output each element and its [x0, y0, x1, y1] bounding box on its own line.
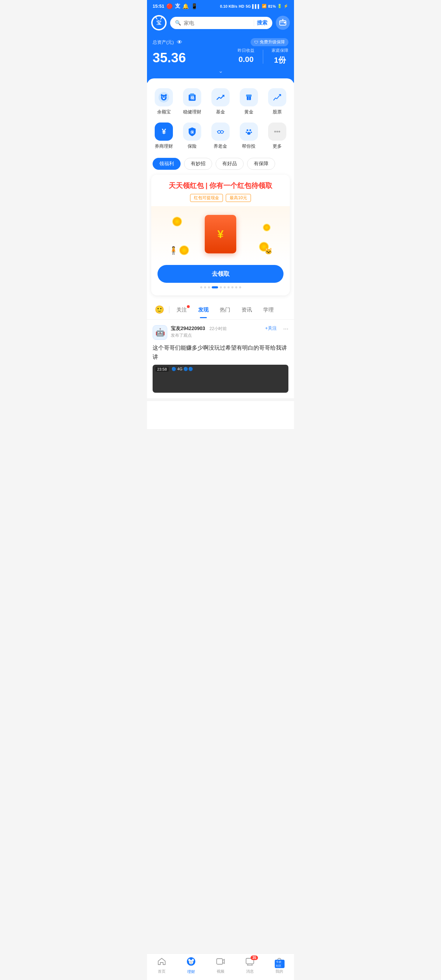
search-bar[interactable]: 🔍 搜索 — [170, 17, 272, 29]
status-hd-icon: HD — [239, 4, 244, 8]
status-icon-app: 📱 — [191, 3, 198, 10]
dot-10 — [239, 286, 241, 288]
promo-title-text: 天天领红包 | — [169, 181, 210, 189]
status-icon-alipay2: 支 — [175, 3, 180, 10]
coin4 — [263, 224, 271, 231]
status-network-speed: 0.10 KB/s — [220, 4, 237, 8]
stock-icon — [268, 88, 286, 107]
svg-point-12 — [162, 97, 164, 98]
shield-icon: 🛡 — [254, 40, 258, 45]
yuebao-icon — [155, 88, 173, 107]
assets-main-value: 35.36 — [153, 51, 186, 65]
status-wifi-icon: 📶 — [262, 4, 267, 8]
post-action: 发布了观点 — [171, 332, 261, 339]
post-image-preview: 23:58 🔵 4G 🔵🔵 — [153, 365, 288, 393]
status-charge-icon: ⚡ — [283, 4, 288, 8]
coin1 — [172, 216, 182, 226]
post-top-row: 宝友294220903 22小时前 — [171, 325, 261, 332]
feed-smiley-icon[interactable]: 🙂 — [151, 300, 168, 319]
figure-left: 🧍 — [169, 246, 178, 255]
figure-right: 🐱 — [264, 247, 272, 255]
feed-tab-follow[interactable]: 关注 — [171, 302, 193, 318]
insurance-label: 保险 — [188, 143, 197, 149]
feed-tab-discover[interactable]: 发现 — [193, 302, 214, 318]
wallet-icon[interactable]: ¥ — [276, 16, 290, 30]
app-logo[interactable]: 宝 — [151, 15, 167, 30]
feed-tab-learn[interactable]: 学理 — [258, 302, 279, 318]
family-label: 家庭保障 — [272, 48, 288, 54]
tab-youhaopin[interactable]: 有好品 — [216, 158, 244, 170]
eye-icon[interactable]: 👁 — [177, 39, 182, 46]
promo-card: 天天领红包 | 你有一个红包待领取 红包可提现金 最高10元 🧍 🐱 — [151, 175, 290, 295]
pension-icon — [212, 123, 229, 141]
more-icon — [268, 123, 286, 141]
post-username: 宝友294220903 — [171, 326, 205, 331]
search-icon: 🔍 — [175, 20, 181, 25]
search-input[interactable] — [184, 20, 251, 26]
icon-item-broker[interactable]: ¥ 券商理财 — [150, 120, 178, 154]
yesterday-col: 昨日收益 0.00 — [238, 48, 255, 64]
icon-grid-row2: ¥ 券商理财 保 保险 — [147, 120, 294, 154]
stock-label: 股票 — [273, 109, 282, 115]
feed-tab-news[interactable]: 资讯 — [236, 302, 258, 318]
icon-item-pension[interactable]: 养老金 — [207, 120, 235, 154]
promo-badge1: 红包可提现金 — [190, 194, 223, 202]
status-icon-alipay: 🔴 — [166, 3, 173, 10]
post-content: 这个哥哥们能赚多少啊没玩过希望有明白的哥哥给我讲讲 — [153, 344, 288, 361]
fund-label: 基金 — [216, 109, 225, 115]
icon-item-yuebao[interactable]: 余额宝 — [150, 85, 178, 120]
icon-item-stock[interactable]: 股票 — [263, 85, 291, 120]
pension-label: 养老金 — [213, 143, 227, 149]
svg-text:保: 保 — [190, 130, 194, 134]
more-label: 更多 — [273, 143, 282, 149]
status-time: 15:51 — [153, 3, 164, 9]
tab-youbaozhang[interactable]: 有保障 — [247, 158, 275, 170]
promo-title: 天天领红包 | 你有一个红包待领取 — [158, 181, 283, 190]
follow-badge — [187, 305, 190, 308]
claim-button[interactable]: 去领取 — [158, 265, 283, 283]
post-time: 22小时前 — [210, 326, 227, 331]
svg-point-41 — [278, 130, 280, 132]
status-network-type: 5G — [246, 4, 251, 8]
wenjian-icon: 稳 — [183, 88, 201, 107]
feed-tab-hot[interactable]: 热门 — [214, 302, 236, 318]
assets-row: 35.36 昨日收益 0.00 家庭保障 1份 — [153, 48, 288, 65]
icon-item-fund[interactable]: 基金 — [207, 85, 235, 120]
feed-tabs: 🙂 关注 发现 热门 资讯 学理 — [147, 300, 294, 320]
tab-youmiaozha[interactable]: 有妙招 — [184, 158, 212, 170]
family-col: 家庭保障 1份 — [272, 48, 288, 65]
svg-point-40 — [276, 130, 278, 132]
coin2 — [179, 245, 189, 255]
col-divider — [263, 50, 263, 64]
header: 宝 🔍 搜索 ¥ — [147, 12, 294, 35]
post-meta: 宝友294220903 22小时前 发布了观点 — [171, 325, 261, 339]
dot-1 — [200, 286, 202, 288]
icon-item-autoinvest[interactable]: 帮你投 — [234, 120, 263, 154]
dot-2 — [204, 286, 206, 288]
dot-9 — [235, 286, 237, 288]
dot-6 — [224, 286, 226, 288]
assets-right-cols: 昨日收益 0.00 家庭保障 1份 — [238, 48, 288, 65]
svg-point-39 — [274, 130, 276, 132]
post-more-btn[interactable]: ··· — [283, 325, 288, 332]
feed-post: 🤖 宝友294220903 22小时前 发布了观点 +关注 ··· 这个哥哥们能… — [147, 320, 294, 401]
post-follow-btn[interactable]: +关注 — [265, 325, 277, 331]
red-envelope-wrap: 🧍 🐱 — [151, 206, 290, 262]
search-button[interactable]: 搜索 — [254, 20, 267, 26]
chevron-down-icon[interactable]: ⌄ — [153, 68, 288, 74]
status-right: 0.10 KB/s HD 5G ▌▌▌ 📶 81% 🔋 ⚡ — [220, 4, 288, 8]
icon-item-wenjian[interactable]: 稳 稳健理财 — [178, 85, 207, 120]
icon-item-insurance[interactable]: 保 保险 — [178, 120, 207, 154]
svg-text:稳: 稳 — [190, 95, 194, 100]
broker-icon: ¥ — [155, 123, 173, 141]
icon-item-gold[interactable]: 黄金 — [234, 85, 263, 120]
tab-lingfulin[interactable]: 领福利 — [153, 158, 181, 170]
upgrade-badge[interactable]: 🛡 免费升级保障 — [251, 38, 288, 46]
promo-badges: 红包可提现金 最高10元 — [158, 194, 283, 202]
icon-item-more[interactable]: 更多 — [263, 120, 291, 154]
status-left: 15:51 🔴 支 🔔 📱 — [153, 3, 198, 10]
tab-filter: 领福利 有妙招 有好品 有保障 — [147, 154, 294, 175]
assets-top: 总资产(元) 👁 🛡 免费升级保障 — [153, 38, 288, 46]
insurance-icon: 保 — [183, 123, 201, 141]
feed-tab-divider — [169, 306, 169, 313]
